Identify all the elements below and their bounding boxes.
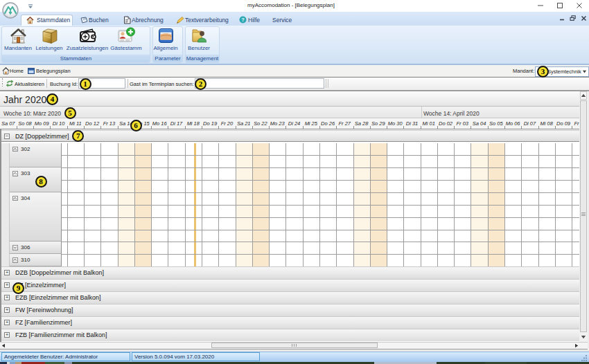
svg-text:?: ?	[241, 17, 245, 23]
